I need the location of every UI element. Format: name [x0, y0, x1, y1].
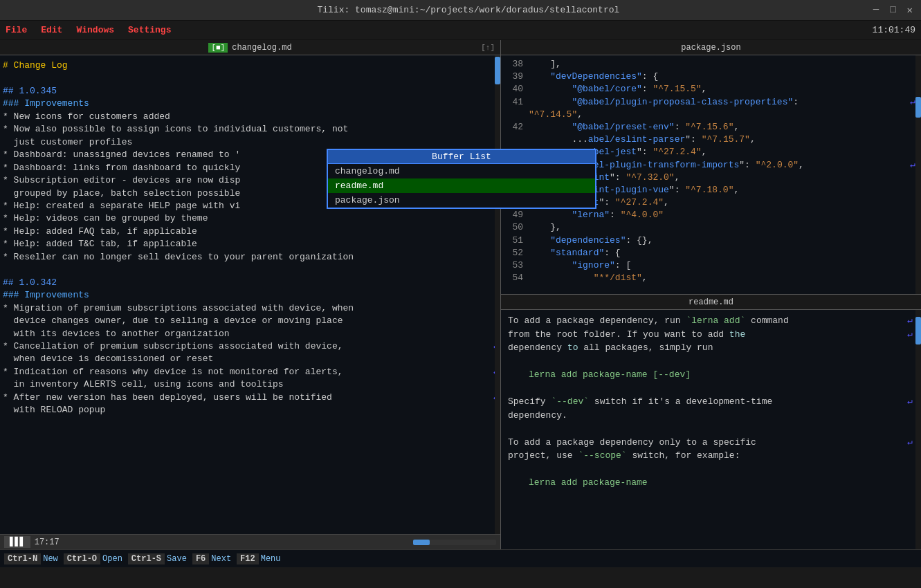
shortcut-key-open: Ctrl-O: [64, 553, 100, 564]
buffer-list-titlebar: Buffer List: [328, 150, 595, 164]
json-line-51: 51 "dependencies": {},: [504, 235, 918, 247]
right-bottom-scrollbar[interactable]: [915, 310, 921, 549]
shortcut-label-open[interactable]: Open: [100, 553, 128, 564]
titlebar: Tilix: tomasz@mini:~/projects/work/dorad…: [0, 0, 921, 21]
shortcut-key-menu: F12: [237, 553, 259, 564]
menu-settings[interactable]: Settings: [128, 25, 171, 35]
left-tab-indicator: [■]: [208, 43, 228, 53]
buffer-item-changelog[interactable]: changelog.md: [328, 164, 595, 178]
json-line-54: 54 "**/dist",: [504, 272, 918, 284]
right-bottom-pane: readme.md To add a package dependency, r…: [501, 295, 921, 549]
titlebar-title: Tilix: tomasz@mini:~/projects/work/dorad…: [64, 5, 873, 15]
json-line-38: 38 ],: [504, 58, 918, 71]
left-scroll-indicator: [↑]: [481, 44, 495, 52]
left-status-pos: 17:17: [35, 538, 60, 547]
menu-edit[interactable]: Edit: [41, 25, 62, 35]
right-pane: package.json 38 ], 39 "devDependencies":…: [501, 40, 921, 549]
buffer-item-package[interactable]: package.json: [328, 193, 595, 208]
buffer-item-changelog-name: changelog.md: [335, 166, 400, 176]
main: [■] changelog.md [↑] # Change Log ## 1.0…: [0, 40, 921, 567]
right-top-scrollbar-thumb: [915, 97, 921, 118]
shortcut-key-save: Ctrl-S: [128, 553, 165, 564]
buffer-item-readme-name: readme.md: [335, 181, 383, 191]
json-line-40: 40 "@babel/core": "^7.15.5",: [504, 83, 918, 95]
json-line-49: 49 "lerna": "^4.0.0": [504, 209, 918, 221]
json-line-41b: "^7.14.5",: [504, 109, 918, 121]
right-top-titlebar: package.json: [501, 40, 921, 55]
buffer-list-title: Buffer List: [432, 151, 491, 162]
close-button[interactable]: ✕: [907, 4, 913, 16]
menu-windows[interactable]: Windows: [76, 25, 114, 35]
left-status-bar: ▋▋▋ 17:17: [0, 534, 500, 549]
json-line-39: 39 "devDependencies": {: [504, 71, 918, 83]
titlebar-controls[interactable]: ─ □ ✕: [873, 4, 913, 16]
shortcut-label-next[interactable]: Next: [209, 553, 237, 564]
right-bottom-title: readme.md: [689, 297, 733, 307]
shortcut-label-menu[interactable]: Menu: [259, 553, 286, 564]
json-line-53: 53 "ignore": [: [504, 259, 918, 272]
menu-file[interactable]: File: [6, 25, 27, 35]
menubar: File Edit Windows Settings 11:01:49: [0, 21, 921, 40]
bottombar: Ctrl-N New Ctrl-O Open Ctrl-S Save F6 Ne…: [0, 549, 921, 567]
shortcut-label-save[interactable]: Save: [165, 553, 192, 564]
buffer-list-overlay[interactable]: Buffer List changelog.md readme.md packa…: [327, 149, 596, 209]
left-editor-content: # Change Log ## 1.0.345 ### Improvements…: [0, 57, 500, 420]
left-pane-titlebar: [■] changelog.md [↑]: [0, 40, 500, 55]
json-line-42: 42 "@babel/preset-env": "^7.15.6",: [504, 121, 918, 134]
readme-text: To add a package dependency, run `lerna …: [508, 314, 914, 490]
minimize-button[interactable]: ─: [873, 4, 879, 16]
left-editor[interactable]: # Change Log ## 1.0.345 ### Improvements…: [0, 55, 500, 534]
right-bottom-scrollbar-thumb: [915, 317, 921, 344]
left-pane-title: changelog.md: [232, 43, 291, 53]
left-scrollbar[interactable]: [495, 55, 500, 534]
json-line-41: 41 "@babel/plugin-proposal-class-propert…: [504, 96, 918, 109]
left-status-block: ▋▋▋: [4, 536, 30, 548]
right-bottom-editor[interactable]: To add a package dependency, run `lerna …: [501, 310, 921, 549]
right-top-title: package.json: [681, 43, 740, 53]
right-top-scrollbar[interactable]: [915, 55, 921, 294]
json-line-52: 52 "standard": {: [504, 247, 918, 259]
buffer-item-readme[interactable]: readme.md: [328, 178, 595, 193]
left-scrollbar-thumb: [495, 57, 500, 84]
shortcut-key-new: Ctrl-N: [4, 553, 41, 564]
right-bottom-titlebar: readme.md: [501, 295, 921, 310]
left-status-right: [413, 540, 496, 545]
json-line-42b: ...abel/eslint-parser": "^7.15.7",: [504, 134, 918, 146]
maximize-button[interactable]: □: [890, 4, 895, 16]
clock: 11:01:49: [873, 25, 915, 35]
shortcut-key-next: F6: [192, 553, 209, 564]
json-line-50: 50 },: [504, 221, 918, 234]
left-pane: [■] changelog.md [↑] # Change Log ## 1.0…: [0, 40, 501, 549]
panes-top: [■] changelog.md [↑] # Change Log ## 1.0…: [0, 40, 921, 549]
buffer-item-package-name: package.json: [335, 195, 400, 205]
shortcut-label-new[interactable]: New: [41, 553, 64, 564]
